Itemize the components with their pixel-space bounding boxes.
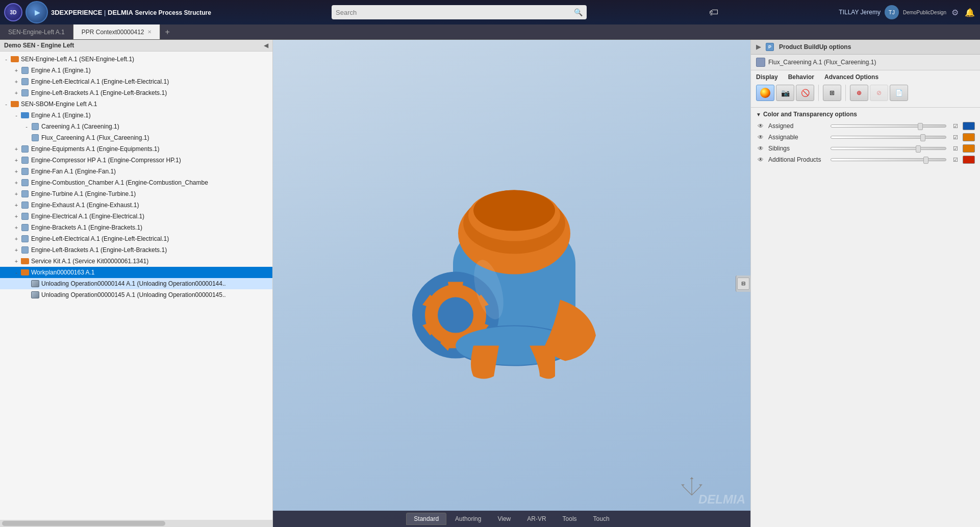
app-title: 3DEXPERIENCE | DELMIA Service Process St… (51, 9, 211, 16)
tree-item-label: Unloading Operation00000145 A.1 (Unloadi… (41, 291, 226, 298)
tag-icon[interactable]: 🏷 (709, 7, 718, 18)
eye-additional[interactable]: 👁 (756, 156, 765, 163)
tree-item[interactable]: -SEN-Engine-Left A.1 (SEN-Engine-Left.1) (0, 54, 272, 65)
tree-item[interactable]: +Engine-Brackets A.1 (Engine-Brackets.1) (0, 222, 272, 233)
tree-item[interactable]: +Engine-Electrical A.1 (Engine-Electrica… (0, 211, 272, 222)
swatch-assigned[interactable] (963, 122, 975, 130)
tree-item[interactable]: +Engine-Left-Electrical A.1 (Engine-Left… (0, 76, 272, 87)
tree-toggle-icon[interactable]: + (12, 247, 20, 253)
search-icon[interactable]: 🔍 (574, 8, 583, 16)
tree-item[interactable]: Flux_Careening A.1 (Flux_Careening.1) (0, 132, 272, 143)
slider-siblings[interactable] (831, 147, 946, 150)
eye-assigned[interactable]: 👁 (756, 122, 765, 130)
brand-logo[interactable]: 3D (4, 3, 22, 21)
display-hide-btn[interactable]: 🚫 (796, 85, 814, 101)
tab-ppr-context[interactable]: PPR Context00000412 ✕ (73, 24, 160, 39)
tree-item[interactable]: +Engine-Left-Electrical A.1 (Engine-Left… (0, 233, 272, 244)
tree-toggle-icon[interactable]: + (12, 202, 20, 208)
tree-item[interactable]: +Engine-Turbine A.1 (Engine-Turbine.1) (0, 188, 272, 199)
tree-container[interactable]: -SEN-Engine-Left A.1 (SEN-Engine-Left.1)… (0, 52, 272, 520)
swatch-siblings[interactable] (963, 144, 975, 153)
advanced-page-btn[interactable]: 📄 (890, 85, 908, 101)
tab-standard[interactable]: Standard (406, 513, 446, 525)
check-siblings[interactable]: ☑ (951, 144, 960, 153)
play-button[interactable] (26, 1, 48, 23)
tree-scrollbar[interactable] (0, 520, 272, 527)
tab-touch[interactable]: Touch (586, 513, 617, 525)
display-color-btn[interactable] (756, 85, 774, 101)
user-avatar[interactable]: TJ (885, 5, 899, 19)
tree-toggle-icon[interactable]: - (2, 56, 10, 62)
tree-toggle-icon[interactable]: + (12, 67, 20, 73)
viewport[interactable]: ⊟ Standard Authoring View AR-VR Tools To… (273, 40, 750, 527)
panel-collapse-icon[interactable]: ▶ (756, 43, 761, 51)
tree-item[interactable]: +Engine-Fan A.1 (Engine-Fan.1) (0, 166, 272, 177)
swatch-assignable[interactable] (963, 133, 975, 141)
zoom-fit-btn[interactable]: ⊟ (737, 278, 749, 290)
display-camera-btn[interactable]: 📷 (776, 85, 794, 101)
right-panel-title: Product BuildUp options (779, 43, 851, 51)
tree-toggle-icon[interactable]: + (12, 224, 20, 231)
tab-close[interactable]: ✕ (147, 29, 152, 35)
check-assignable[interactable]: ☑ (951, 133, 960, 141)
eye-assignable[interactable]: 👁 (756, 134, 765, 141)
tab-sen-engine[interactable]: SEN-Engine-Left A.1 (0, 24, 73, 39)
user-area: TILLAY Jeremy TJ DemoPublicDesign ⚙ 🔔 (839, 5, 976, 19)
tree-item-label: Engine-Left-Electrical A.1 (Engine-Left-… (31, 235, 169, 242)
tree-toggle-icon[interactable]: + (12, 146, 20, 152)
tree-item[interactable]: -Careening A.1 (Careening.1) (0, 121, 272, 132)
slider-assigned[interactable] (831, 124, 946, 128)
advanced-crosshair-btn[interactable]: ⊕ (850, 85, 868, 101)
tree-toggle-icon[interactable]: + (12, 213, 20, 219)
workspace-dropdown[interactable]: DemoPublicDesign (903, 10, 946, 15)
tree-item[interactable]: Unloading Operation00000144 A.1 (Unloadi… (0, 278, 272, 289)
eye-siblings[interactable]: 👁 (756, 145, 765, 152)
tree-item-label: Careening A.1 (Careening.1) (41, 123, 119, 130)
tree-toggle-icon[interactable]: + (12, 191, 20, 197)
tree-toggle-icon[interactable]: - (22, 123, 31, 130)
tree-item[interactable]: -Engine A.1 (Engine.1) (0, 110, 272, 121)
tree-item[interactable]: Unloading Operation00000145 A.1 (Unloadi… (0, 289, 272, 300)
tree-toggle-icon[interactable]: + (12, 90, 20, 96)
swatch-additional[interactable] (963, 156, 975, 164)
tree-toggle-icon[interactable]: - (2, 101, 10, 107)
tree-item[interactable]: +Engine-Left-Brackets A.1 (Engine-Left-B… (0, 87, 272, 98)
tree-toggle-icon[interactable]: + (12, 79, 20, 85)
tree-toggle-icon[interactable]: + (12, 258, 20, 264)
settings-icon[interactable]: ⚙ (950, 7, 960, 18)
tree-toggle-icon[interactable]: + (12, 157, 20, 163)
logo-area: 3D 3DEXPERIENCE | DELMIA Service Process… (4, 1, 211, 23)
behavior-grid-btn[interactable]: ⊞ (823, 85, 841, 101)
tree-toggle-icon[interactable]: - (12, 112, 20, 118)
search-input[interactable] (336, 9, 574, 16)
tree-item[interactable]: +Engine-Compressor HP A.1 (Engine-Compre… (0, 155, 272, 166)
tab-view[interactable]: View (490, 513, 518, 525)
tree-toggle-icon[interactable]: - (12, 269, 20, 275)
tab-ar-vr[interactable]: AR-VR (519, 513, 554, 525)
tree-collapse-btn[interactable]: ◀ (264, 42, 268, 49)
advanced-slash-btn[interactable]: ⊘ (870, 85, 888, 101)
tab-authoring[interactable]: Authoring (447, 513, 489, 525)
slider-assignable[interactable] (831, 136, 946, 139)
color-section-title[interactable]: ▼ Color and Transparency options (756, 111, 975, 118)
tab-tools[interactable]: Tools (555, 513, 585, 525)
slider-additional[interactable] (831, 158, 946, 161)
check-additional[interactable]: ☑ (951, 156, 960, 164)
tab-add-button[interactable]: + (160, 24, 175, 39)
tree-item-label: Engine-Brackets A.1 (Engine-Brackets.1) (31, 224, 142, 231)
notifications-icon[interactable]: 🔔 (964, 7, 976, 18)
tree-item[interactable]: +Service Kit A.1 (Service Kit00000061.13… (0, 256, 272, 267)
tree-item[interactable]: -SEN-SBOM-Engine Left A.1 (0, 98, 272, 110)
tree-item[interactable]: -Workplan00000163 A.1 (0, 267, 272, 278)
tree-item[interactable]: +Engine A.1 (Engine.1) (0, 65, 272, 76)
tree-toggle-icon[interactable]: + (12, 180, 20, 186)
tree-item[interactable]: +Engine-Combustion_Chamber A.1 (Engine-C… (0, 177, 272, 188)
tree-item-label: Unloading Operation00000144 A.1 (Unloadi… (41, 280, 226, 287)
tree-toggle-icon[interactable]: + (12, 236, 20, 242)
component-icon (756, 58, 765, 67)
tree-toggle-icon[interactable]: + (12, 168, 20, 174)
check-assigned[interactable]: ☑ (951, 122, 960, 130)
tree-item[interactable]: +Engine-Left-Brackets A.1 (Engine-Left-B… (0, 244, 272, 256)
tree-item[interactable]: +Engine-Exhaust A.1 (Engine-Exhaust.1) (0, 199, 272, 211)
tree-item[interactable]: +Engine-Equipments A.1 (Engine-Equipment… (0, 143, 272, 155)
